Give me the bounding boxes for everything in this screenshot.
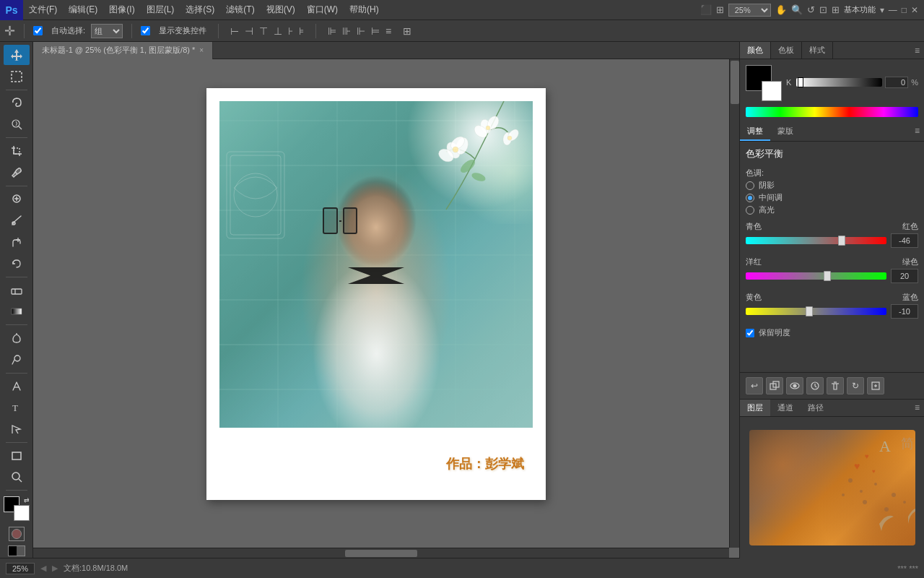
- history-brush-tool[interactable]: [4, 254, 30, 274]
- distribute-center-h-icon[interactable]: ⊪: [342, 25, 351, 37]
- cyan-red-value-input[interactable]: [891, 233, 918, 248]
- clip-adj-btn[interactable]: [766, 377, 783, 394]
- arrange-icon[interactable]: ⊞: [716, 4, 724, 15]
- tab-paths[interactable]: 路径: [801, 400, 831, 416]
- midtones-radio[interactable]: [746, 194, 754, 202]
- shadows-radio[interactable]: [746, 181, 754, 190]
- canvas-content[interactable]: 作品：彭学斌: [33, 59, 739, 558]
- layers-panel-menu[interactable]: ≡: [910, 400, 924, 416]
- heal-tool[interactable]: [4, 189, 30, 209]
- rectangle-tool[interactable]: [4, 446, 30, 466]
- clone-stamp-tool[interactable]: [4, 232, 30, 252]
- pen-tool[interactable]: [4, 376, 30, 396]
- blur-tool[interactable]: [4, 328, 30, 348]
- delete-adj-btn[interactable]: [827, 377, 844, 394]
- view-adj-btn[interactable]: [806, 377, 824, 394]
- k-value-input[interactable]: [885, 77, 908, 88]
- yellow-blue-slider-track[interactable]: [746, 308, 886, 315]
- menu-image[interactable]: 图像(I): [103, 0, 140, 20]
- yellow-blue-thumb[interactable]: [806, 306, 813, 316]
- tab-layers[interactable]: 图层: [740, 400, 770, 416]
- distribute-right-icon[interactable]: ⊩: [357, 25, 365, 37]
- align-bottom-icon[interactable]: ⊧: [299, 25, 304, 37]
- show-transform-checkbox[interactable]: [141, 26, 150, 35]
- marquee-tool[interactable]: [4, 66, 30, 87]
- tab-adjustments[interactable]: 调整: [740, 123, 770, 141]
- crop-tool[interactable]: [4, 141, 30, 161]
- swap-colors-icon[interactable]: ⇄: [24, 496, 30, 504]
- color-spectrum-bar[interactable]: [746, 107, 918, 117]
- preserve-luminosity-checkbox[interactable]: [746, 329, 754, 337]
- vertical-scroll-thumb[interactable]: [731, 61, 739, 104]
- auto-select-checkbox[interactable]: [33, 26, 43, 35]
- auto-select-dropdown[interactable]: 组图层: [91, 24, 123, 38]
- panel-icon[interactable]: ⊞: [832, 4, 840, 15]
- tab-channels[interactable]: 通道: [770, 400, 801, 416]
- color-panel-menu[interactable]: ≡: [910, 43, 924, 59]
- k-slider-thumb[interactable]: [798, 77, 803, 87]
- reset-adj-btn[interactable]: ↩: [746, 377, 763, 394]
- tab-color[interactable]: 颜色: [740, 42, 771, 59]
- gradient-tool[interactable]: [4, 301, 30, 322]
- move-tool[interactable]: [4, 45, 30, 65]
- dodge-tool[interactable]: [4, 350, 30, 370]
- screen-mode-btn[interactable]: [8, 545, 25, 556]
- cyan-red-slider-track[interactable]: [746, 237, 886, 244]
- yellow-blue-value-input[interactable]: [891, 304, 918, 319]
- eraser-tool[interactable]: [4, 280, 30, 301]
- menu-file[interactable]: 文件(F): [23, 0, 63, 20]
- rotate-icon[interactable]: ↺: [807, 4, 815, 15]
- eyedropper-tool[interactable]: [4, 163, 30, 183]
- tab-styles[interactable]: 样式: [802, 42, 833, 59]
- horizontal-scroll-thumb[interactable]: [345, 550, 417, 557]
- distribute-left-icon[interactable]: ⊫: [328, 25, 336, 37]
- align-center-v-icon[interactable]: ⊦: [288, 25, 293, 37]
- menu-view[interactable]: 视图(V): [261, 0, 301, 20]
- adj-panel-menu[interactable]: ≡: [910, 123, 924, 141]
- hand-icon[interactable]: ✋: [775, 4, 787, 15]
- zoom-icon[interactable]: 🔍: [791, 4, 803, 15]
- quick-mask-btn[interactable]: [9, 527, 25, 542]
- align-center-h-icon[interactable]: ⊣: [245, 25, 253, 37]
- move-tool-icon[interactable]: ✛: [4, 23, 15, 39]
- magenta-green-slider-track[interactable]: [746, 272, 886, 280]
- horizontal-scrollbar[interactable]: [33, 548, 729, 558]
- menu-layer[interactable]: 图层(L): [141, 0, 180, 20]
- magenta-green-thumb[interactable]: [824, 271, 831, 281]
- zoom-selector[interactable]: 25%50%100%: [728, 4, 771, 17]
- background-swatch[interactable]: [762, 81, 782, 101]
- status-nav-right[interactable]: ▶: [52, 564, 58, 573]
- magenta-green-value-input[interactable]: [891, 269, 918, 283]
- menu-filter[interactable]: 滤镜(T): [220, 0, 260, 20]
- menu-edit[interactable]: 编辑(E): [63, 0, 103, 20]
- workspace-dropdown-icon[interactable]: ▾: [880, 5, 884, 15]
- status-nav-left[interactable]: ◀: [40, 564, 46, 573]
- vertical-scrollbar[interactable]: [729, 59, 739, 548]
- eye-adj-btn[interactable]: [786, 377, 803, 394]
- quick-select-tool[interactable]: [4, 114, 30, 134]
- tab-masks[interactable]: 蒙版: [770, 123, 801, 141]
- maximize-icon[interactable]: □: [902, 5, 907, 15]
- lasso-tool[interactable]: [4, 92, 30, 113]
- new-adj-btn[interactable]: [867, 377, 884, 394]
- distribute-top-icon[interactable]: ⊨: [371, 25, 380, 37]
- tab-swatches[interactable]: 色板: [771, 42, 802, 59]
- zoom-tool[interactable]: [4, 467, 30, 488]
- minimize-icon[interactable]: —: [889, 5, 897, 15]
- type-tool[interactable]: T: [4, 397, 30, 418]
- auto-align-icon[interactable]: ⊞: [403, 25, 411, 37]
- path-select-tool[interactable]: [4, 419, 30, 439]
- view-icon[interactable]: ⊡: [819, 4, 827, 15]
- align-top-icon[interactable]: ⊥: [274, 25, 282, 37]
- redo-adj-btn[interactable]: ↻: [847, 377, 864, 394]
- distribute-center-v-icon[interactable]: ≡: [385, 25, 391, 37]
- screen-mode-icon[interactable]: ⬛: [700, 4, 712, 15]
- brush-tool[interactable]: [4, 210, 30, 230]
- status-zoom-input[interactable]: [6, 563, 35, 574]
- menu-help[interactable]: 帮助(H): [344, 0, 385, 20]
- menu-select[interactable]: 选择(S): [180, 0, 220, 20]
- highlights-radio[interactable]: [746, 206, 754, 215]
- k-slider[interactable]: [796, 78, 882, 87]
- background-color[interactable]: [14, 505, 30, 521]
- tab-close-btn[interactable]: ×: [199, 46, 204, 54]
